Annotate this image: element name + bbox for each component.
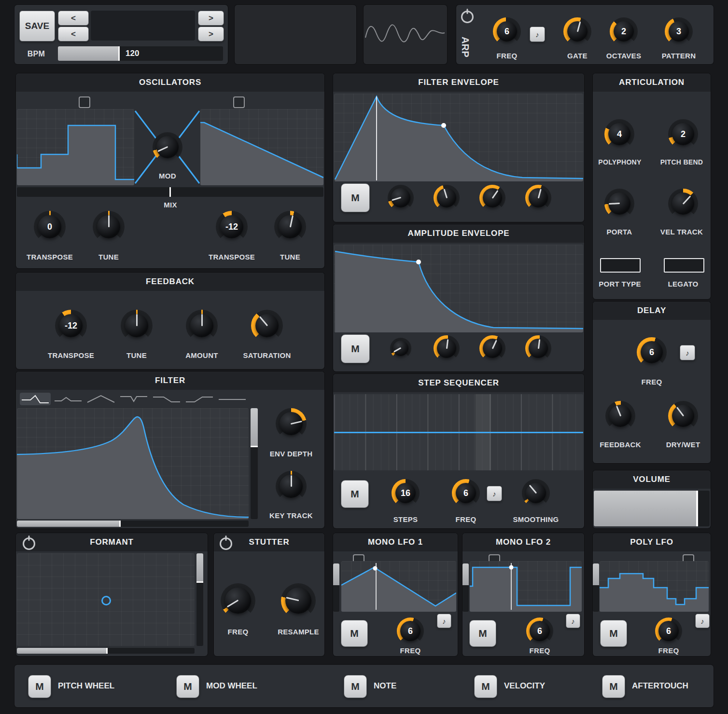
filter-type-lowpass-res-button[interactable] [20, 393, 51, 405]
amplitude-envelope-display[interactable] [334, 245, 583, 332]
mono-lfo-1-mod-button[interactable]: M [341, 620, 368, 647]
filter-envelope-release-knob[interactable] [525, 185, 551, 211]
porta-knob[interactable] [604, 189, 634, 219]
poly-lfo-mod-button[interactable]: M [600, 620, 627, 647]
stutter-freq-knob[interactable] [221, 583, 255, 618]
amplitude-envelope-release-knob[interactable] [525, 335, 551, 361]
filter-type-flat-button[interactable] [217, 393, 248, 405]
osc2-wave-selector-button[interactable] [233, 96, 245, 108]
osc2-tune-knob[interactable] [274, 211, 306, 243]
delay-feedback-knob[interactable] [605, 401, 635, 431]
arp-pattern-knob[interactable]: 3 [665, 17, 693, 45]
osc-mod-knob[interactable] [153, 132, 182, 162]
next-folder-button[interactable]: > [198, 11, 224, 26]
feedback-amount-knob[interactable] [186, 310, 218, 342]
mono-lfo-2-waveform-display[interactable] [470, 561, 582, 612]
note-mod-button[interactable]: M [344, 675, 367, 698]
amplitude-envelope-attack-knob[interactable] [390, 338, 411, 359]
feedback-transpose-knob[interactable]: -12 [55, 310, 87, 342]
osc1-waveform-display[interactable] [17, 109, 134, 185]
filter-type-notch-button[interactable] [118, 393, 149, 405]
osc2-waveform-display[interactable] [200, 109, 323, 185]
filter-resonance-slider[interactable] [251, 408, 258, 519]
filter-envelope-display[interactable] [334, 94, 583, 181]
arp-octaves-knob[interactable]: 2 [610, 17, 638, 45]
polyphony-knob[interactable]: 4 [604, 119, 634, 149]
formant-xy-pad[interactable] [17, 553, 195, 646]
formant-xy-cursor[interactable] [101, 596, 111, 605]
mono-lfo-1-waveform-display[interactable] [341, 561, 456, 612]
filter-envelope-decay-knob[interactable] [434, 185, 460, 211]
bpm-slider[interactable]: 120 [58, 46, 223, 61]
poly-lfo-waveform-display[interactable] [600, 561, 709, 612]
save-button[interactable]: SAVE [19, 11, 55, 41]
filter-envelope-sustain-knob[interactable] [479, 185, 505, 211]
mono-lfo-2-tempo-sync-icon[interactable]: ♪ [566, 614, 580, 628]
velocity-mod-button[interactable]: M [474, 675, 497, 698]
sequencer-tempo-sync-icon[interactable]: ♪ [487, 486, 502, 501]
formant-power-icon[interactable] [23, 537, 35, 550]
mod-wheel-mod-button[interactable]: M [176, 675, 199, 698]
slider-handle[interactable] [106, 648, 108, 654]
patch-name-display[interactable] [91, 11, 195, 41]
filter-type-bandpass-button[interactable] [85, 393, 116, 405]
port-type-selector[interactable] [600, 258, 641, 273]
next-patch-button[interactable]: > [198, 27, 224, 41]
osc-mix-slider[interactable] [17, 187, 323, 197]
amplitude-envelope-sustain-knob[interactable] [479, 335, 505, 361]
filter-envelope-attack-knob[interactable] [388, 185, 414, 211]
sequencer-freq-knob[interactable]: 6 [452, 479, 480, 507]
arp-tempo-sync-icon[interactable]: ♪ [530, 27, 545, 42]
step-sequencer-grid[interactable] [334, 394, 583, 470]
prev-patch-button[interactable]: < [58, 27, 89, 41]
volume-slider[interactable] [594, 491, 710, 526]
formant-x-slider[interactable] [17, 648, 195, 654]
filter-type-bump-button[interactable] [53, 393, 84, 405]
slider-handle[interactable] [119, 521, 121, 527]
poly-lfo-tempo-sync-icon[interactable]: ♪ [695, 614, 710, 628]
filter-key-track-knob[interactable] [276, 471, 307, 502]
sequencer-steps-knob[interactable]: 16 [392, 479, 420, 507]
filter-envelope-mod-button[interactable]: M [341, 183, 370, 212]
aftertouch-mod-button[interactable]: M [602, 675, 625, 698]
poly-lfo-freq-knob[interactable]: 6 [655, 618, 682, 645]
osc2-transpose-knob[interactable]: -12 [216, 211, 248, 243]
filter-type-lowshelf-button[interactable] [151, 393, 182, 405]
pitch-bend-knob[interactable]: 2 [668, 119, 698, 149]
vel-track-knob[interactable] [668, 189, 698, 219]
bpm-slider-handle[interactable] [118, 46, 120, 61]
prev-folder-button[interactable]: < [58, 11, 89, 26]
osc1-wave-selector-button[interactable] [79, 96, 90, 108]
legato-selector[interactable] [664, 258, 704, 273]
mono-lfo-1-freq-knob[interactable]: 6 [397, 618, 424, 645]
slider-handle[interactable] [196, 581, 203, 583]
filter-response-display[interactable] [17, 408, 249, 519]
feedback-saturation-knob[interactable] [251, 310, 283, 342]
amplitude-envelope-mod-button[interactable]: M [341, 334, 370, 363]
poly-lfo-amp-slider[interactable] [593, 563, 599, 612]
slider-handle[interactable] [251, 446, 258, 447]
amplitude-envelope-decay-knob[interactable] [434, 335, 460, 361]
arp-gate-knob[interactable] [563, 17, 591, 45]
osc1-tune-knob[interactable] [93, 211, 125, 243]
mono-lfo-1-tempo-sync-icon[interactable]: ♪ [437, 614, 451, 628]
filter-cutoff-slider[interactable] [17, 521, 249, 527]
arp-power-icon[interactable] [461, 11, 474, 23]
delay-dry-wet-knob[interactable] [668, 401, 698, 431]
sequencer-smoothing-knob[interactable] [522, 479, 550, 507]
osc1-transpose-knob[interactable]: 0 [34, 211, 66, 243]
step-sequencer-mod-button[interactable]: M [341, 480, 369, 508]
delay-tempo-sync-icon[interactable]: ♪ [680, 345, 695, 360]
formant-y-slider[interactable] [196, 553, 203, 646]
volume-slider-handle[interactable] [696, 491, 698, 526]
mix-slider-handle[interactable] [169, 187, 171, 197]
mono-lfo-2-amp-slider[interactable] [462, 563, 469, 612]
delay-freq-knob[interactable]: 6 [637, 337, 667, 367]
filter-env-depth-knob[interactable] [276, 408, 307, 439]
filter-type-highshelf-button[interactable] [184, 393, 215, 405]
arp-freq-knob[interactable]: 6 [493, 17, 521, 45]
pitch-wheel-mod-button[interactable]: M [28, 675, 51, 698]
stutter-power-icon[interactable] [220, 537, 232, 550]
mono-lfo-1-amp-slider[interactable] [333, 563, 339, 612]
stutter-resample-knob[interactable] [281, 583, 316, 618]
